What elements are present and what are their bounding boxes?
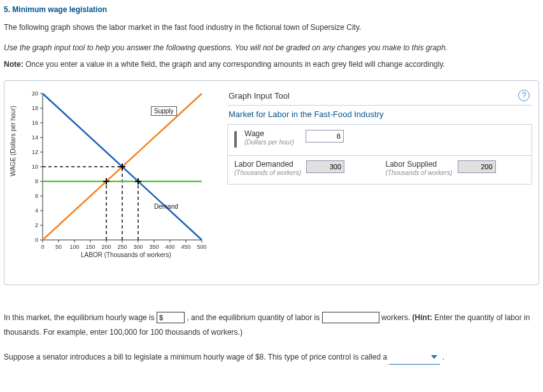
graph-panel: 0246810121416182005010015020025030035040… <box>4 80 539 285</box>
labor-supplied-label: Labor Supplied (Thousands of workers) <box>386 160 453 176</box>
supply-series-label[interactable]: Supply <box>151 106 177 116</box>
answer-section: In this market, the equilibrium hourly w… <box>4 311 539 365</box>
help-icon[interactable]: ? <box>518 90 530 101</box>
eq-wage-prompt-a: In this market, the equilibrium hourly w… <box>4 313 157 322</box>
y-axis-label: WAGE (Dollars per hour) <box>10 106 17 176</box>
labor-demanded-output <box>306 160 344 173</box>
question-number: 5. <box>4 5 10 14</box>
intro-text: The following graph shows the labor mark… <box>4 23 539 32</box>
svg-text:200: 200 <box>101 244 111 250</box>
market-title: Market for Labor in the Fast-Food Indust… <box>227 106 532 125</box>
wage-label: Wage (Dollars per hour) <box>244 130 294 146</box>
eq-wage-prompt-c: workers. <box>379 313 413 322</box>
note-line: Note: Once you enter a value in a white … <box>4 60 539 69</box>
svg-text:100: 100 <box>69 244 79 250</box>
equilibrium-quantity-input[interactable] <box>322 312 379 323</box>
wage-input[interactable] <box>306 130 344 143</box>
svg-text:20: 20 <box>32 90 38 97</box>
svg-text:150: 150 <box>85 244 95 250</box>
labor-supplied-output <box>458 160 496 173</box>
question-header: 5. Minimum wage legislation <box>4 5 539 14</box>
x-axis-label: LABOR (Thousands of workers) <box>81 251 171 258</box>
hint-label: (Hint: <box>413 313 432 322</box>
graph-input-tool-title: Graph Input Tool <box>229 91 290 101</box>
price-control-suffix: . <box>440 353 444 361</box>
demand-series-label[interactable]: Demand <box>154 203 178 210</box>
labor-market-chart[interactable]: 0246810121416182005010015020025030035040… <box>11 87 215 265</box>
note-label: Note: <box>4 60 24 69</box>
svg-text:50: 50 <box>55 244 62 250</box>
svg-text:8: 8 <box>35 178 38 185</box>
svg-text:4: 4 <box>35 207 38 214</box>
svg-text:0: 0 <box>41 244 44 250</box>
svg-text:450: 450 <box>181 244 190 250</box>
price-control-dropdown[interactable] <box>389 350 440 365</box>
svg-text:2: 2 <box>35 222 38 228</box>
svg-text:0: 0 <box>35 237 38 243</box>
svg-text:250: 250 <box>117 244 127 250</box>
svg-text:10: 10 <box>32 164 38 170</box>
question-title: Minimum wage legislation <box>12 5 107 14</box>
equilibrium-wage-input[interactable] <box>157 312 185 323</box>
graph-input-tool: Graph Input Tool ? Market for Labor in t… <box>227 87 532 185</box>
svg-text:300: 300 <box>133 244 143 250</box>
svg-text:400: 400 <box>165 244 174 250</box>
instruction-text: Use the graph input tool to help you ans… <box>4 43 539 52</box>
drag-handle-icon[interactable] <box>234 131 237 148</box>
svg-text:12: 12 <box>32 149 38 155</box>
svg-text:350: 350 <box>149 244 159 250</box>
svg-text:500: 500 <box>197 244 206 250</box>
chevron-down-icon <box>431 355 437 359</box>
note-text: Once you enter a value in a white field,… <box>24 60 445 69</box>
svg-text:18: 18 <box>32 105 38 111</box>
svg-text:14: 14 <box>32 134 38 141</box>
svg-text:6: 6 <box>35 193 38 199</box>
eq-wage-prompt-b: , and the equilibrium quantity of labor … <box>185 313 321 322</box>
svg-text:16: 16 <box>32 120 38 126</box>
price-control-prompt: Suppose a senator introduces a bill to l… <box>4 353 389 361</box>
labor-demanded-label: Labor Demanded (Thousands of workers) <box>234 160 301 176</box>
chart-svg: 0246810121416182005010015020025030035040… <box>11 87 215 265</box>
